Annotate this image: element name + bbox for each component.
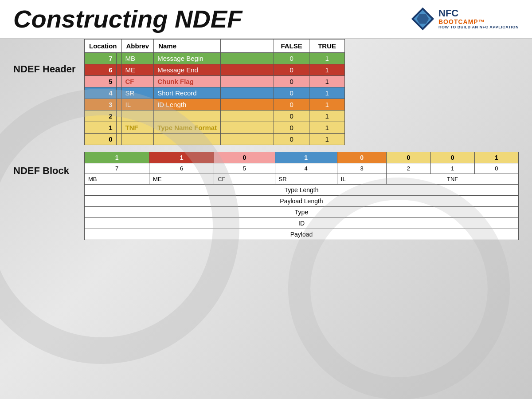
row-false: 0 [274,87,309,99]
row-loc: 3 [85,99,117,111]
table-row: 0 0 1 [85,134,345,145]
nfc-logo-icon [411,7,435,31]
row-true: 1 [309,53,345,64]
row-loc: 6 [85,64,117,76]
table-row: 3 IL ID Length 0 1 [85,99,345,111]
id-row: ID [85,218,519,229]
abbrev-me: ME [149,174,214,185]
bit-pos-2: 2 [387,163,430,174]
table-row: 7 MB Message Begin 0 1 [85,53,345,64]
block-table-container: 1 1 0 1 0 0 0 1 7 6 5 4 3 2 1 [84,152,519,240]
row-false: 0 [274,64,309,76]
bit-cell-cf: 0 [214,152,275,163]
payload-length-cell: Payload Length [85,196,519,207]
row-true: 1 [309,111,345,122]
page-header: Constructing NDEF NFC BOOTCAMP™ HOW TO B… [0,0,532,39]
block-section: NDEF Block 1 1 0 1 0 0 0 1 7 6 5 [0,152,532,240]
row-abbrev: SR [121,87,154,99]
logo-nfc-label: NFC [438,8,519,19]
bit-abbrev-row: MB ME CF SR IL TNF [85,174,519,185]
table-row: 5 CF Chunk Flag 0 1 [85,76,345,87]
logo-bootcamp-label: BOOTCAMP™ [438,19,519,25]
bit-pos-6: 6 [149,163,214,174]
ndef-header-label: NDEF Header [13,39,84,145]
row-loc: 7 [85,53,117,64]
type-cell: Type [85,207,519,218]
logo-text: NFC BOOTCAMP™ HOW TO BUILD AN NFC APPLIC… [438,8,519,30]
row-false: 0 [274,76,309,87]
row-true: 1 [309,99,345,111]
row-name [154,111,221,122]
row-abbrev: MB [121,53,154,64]
row-name: Chunk Flag [154,76,221,87]
bit-cell-1: 0 [430,152,474,163]
bit-pos-1: 1 [430,163,474,174]
logo-area: NFC BOOTCAMP™ HOW TO BUILD AN NFC APPLIC… [411,7,519,31]
th-true: TRUE [309,40,345,53]
table-row: 4 SR Short Record 0 1 [85,87,345,99]
row-false: 0 [274,53,309,64]
type-length-row: Type Length [85,185,519,196]
row-abbrev [121,111,154,122]
row-true: 1 [309,122,345,134]
table-row: 1 TNF Type Name Format 0 1 [85,122,345,134]
row-name: Type Name Format [154,122,221,134]
page-title: Constructing NDEF [13,4,242,33]
type-row: Type [85,207,519,218]
header-table-container: Location Abbrev Name FALSE TRUE 7 MB Mes… [84,39,519,145]
bit-cell-il: 0 [337,152,386,163]
row-true: 1 [309,87,345,99]
header-table-section: NDEF Header Location Abbrev Name FALSE T… [0,39,532,145]
row-loc: 2 [85,111,117,122]
row-loc: 4 [85,87,117,99]
bit-pos-4: 4 [275,163,337,174]
row-abbrev: IL [121,99,154,111]
bit-cell-sr: 1 [275,152,337,163]
table-header-row: Location Abbrev Name FALSE TRUE [85,40,345,53]
th-empty [221,40,274,53]
abbrev-tnf: TNF [387,174,519,185]
row-abbrev [121,134,154,145]
bit-value-row: 1 1 0 1 0 0 0 1 [85,152,519,163]
abbrev-sr: SR [275,174,337,185]
abbrev-mb: MB [85,174,149,185]
bit-pos-3: 3 [337,163,386,174]
bit-cell-0: 1 [474,152,518,163]
bit-pos-0: 0 [474,163,518,174]
row-false: 0 [274,111,309,122]
ndef-block-table: 1 1 0 1 0 0 0 1 7 6 5 4 3 2 1 [84,152,519,240]
bit-cell-me: 1 [149,152,214,163]
row-false: 0 [274,134,309,145]
bit-cell-mb: 1 [85,152,149,163]
row-loc: 0 [85,134,117,145]
row-false: 0 [274,99,309,111]
row-true: 1 [309,76,345,87]
row-true: 1 [309,134,345,145]
bit-pos-5: 5 [214,163,275,174]
payload-row: Payload [85,229,519,240]
id-cell: ID [85,218,519,229]
row-loc: 1 [85,122,117,134]
row-abbrev: ME [121,64,154,76]
bit-position-row: 7 6 5 4 3 2 1 0 [85,163,519,174]
ndef-header-table: Location Abbrev Name FALSE TRUE 7 MB Mes… [84,39,345,145]
ndef-block-label: NDEF Block [13,152,84,240]
row-abbrev: TNF [121,122,154,134]
row-true: 1 [309,64,345,76]
th-location: Location [85,40,122,53]
row-loc: 5 [85,76,117,87]
bit-cell-2: 0 [387,152,430,163]
row-name: Message Begin [154,53,221,64]
table-row: 6 ME Message End 0 1 [85,64,345,76]
th-name: Name [154,40,221,53]
row-name: Short Record [154,87,221,99]
payload-cell: Payload [85,229,519,240]
th-abbrev: Abbrev [121,40,154,53]
table-row: 2 0 1 [85,111,345,122]
logo-tagline-label: HOW TO BUILD AN NFC APPLICATION [438,25,519,30]
row-false: 0 [274,122,309,134]
row-name: ID Length [154,99,221,111]
row-abbrev: CF [121,76,154,87]
bit-pos-7: 7 [85,163,149,174]
payload-length-row: Payload Length [85,196,519,207]
